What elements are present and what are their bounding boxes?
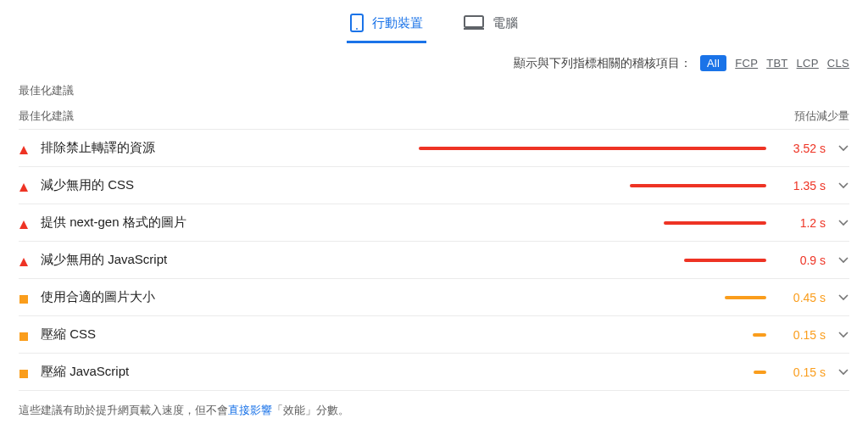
savings-bar-track bbox=[167, 147, 766, 150]
savings-bar-track bbox=[167, 296, 766, 299]
savings-bar-track bbox=[198, 221, 766, 225]
audit-title: 排除禁止轉譯的資源 bbox=[41, 140, 155, 156]
square-icon bbox=[19, 293, 29, 303]
savings-value: 0.15 s bbox=[778, 328, 826, 342]
svg-point-1 bbox=[356, 28, 358, 30]
audit-row[interactable]: 提供 next-gen 格式的圖片1.2 s bbox=[19, 204, 849, 241]
audit-title: 壓縮 CSS bbox=[41, 326, 96, 343]
savings-bar-track bbox=[141, 371, 766, 374]
footer-text-before: 這些建議有助於提升網頁載入速度，但不會 bbox=[19, 404, 228, 416]
triangle-icon bbox=[19, 143, 29, 153]
svg-rect-10 bbox=[19, 370, 28, 378]
savings-bar bbox=[725, 296, 766, 299]
savings-bar bbox=[419, 147, 766, 150]
footer-note: 這些建議有助於提升網頁載入速度，但不會直接影響「效能」分數。 bbox=[19, 390, 849, 432]
audit-row[interactable]: 壓縮 JavaScript0.15 s bbox=[19, 353, 849, 390]
audit-title: 使用合適的圖片大小 bbox=[41, 289, 155, 305]
tab-desktop[interactable]: 電腦 bbox=[460, 7, 521, 43]
savings-bar-track bbox=[108, 333, 766, 337]
savings-value: 0.15 s bbox=[778, 365, 826, 379]
footer-text-after: 「效能」分數。 bbox=[272, 404, 349, 416]
audit-list: 排除禁止轉譯的資源3.52 s減少無用的 CSS1.35 s提供 next-ge… bbox=[0, 129, 868, 390]
savings-bar-track bbox=[179, 259, 766, 262]
savings-bar bbox=[664, 221, 766, 225]
triangle-icon bbox=[19, 218, 29, 228]
svg-marker-7 bbox=[19, 258, 28, 266]
chip-all[interactable]: All bbox=[700, 55, 726, 71]
mobile-icon bbox=[350, 14, 364, 32]
chip-fcp[interactable]: FCP bbox=[735, 57, 758, 70]
chevron-down-icon bbox=[837, 145, 849, 152]
section-title: 最佳化建議 bbox=[0, 76, 868, 103]
device-tabs: 行動裝置 電腦 bbox=[0, 0, 868, 43]
audit-row[interactable]: 減少無用的 CSS1.35 s bbox=[19, 166, 849, 204]
square-icon bbox=[19, 330, 29, 340]
chevron-down-icon bbox=[837, 220, 849, 226]
col-name: 最佳化建議 bbox=[19, 109, 74, 124]
audit-title: 減少無用的 JavaScript bbox=[41, 252, 167, 268]
audit-row[interactable]: 減少無用的 JavaScript0.9 s bbox=[19, 241, 849, 278]
metric-filter-chips: All FCP TBT LCP CLS bbox=[700, 55, 849, 71]
chevron-down-icon bbox=[837, 257, 849, 264]
desktop-icon bbox=[464, 15, 484, 31]
audit-row[interactable]: 使用合適的圖片大小0.45 s bbox=[19, 278, 849, 315]
svg-rect-9 bbox=[19, 332, 28, 341]
savings-bar bbox=[630, 184, 766, 187]
savings-value: 3.52 s bbox=[778, 142, 826, 155]
col-savings: 預估減少量 bbox=[794, 109, 849, 124]
svg-marker-4 bbox=[19, 146, 28, 154]
footer-link[interactable]: 直接影響 bbox=[228, 404, 272, 416]
savings-bar bbox=[684, 259, 766, 262]
savings-value: 0.9 s bbox=[778, 254, 826, 267]
chip-lcp[interactable]: LCP bbox=[797, 57, 819, 70]
chevron-down-icon bbox=[837, 182, 849, 189]
savings-bar bbox=[753, 333, 766, 337]
svg-rect-3 bbox=[464, 28, 484, 30]
chip-tbt[interactable]: TBT bbox=[766, 57, 787, 70]
metric-filter-label: 顯示與下列指標相關的稽核項目： bbox=[514, 56, 692, 71]
audit-title: 壓縮 JavaScript bbox=[41, 364, 129, 380]
chip-cls[interactable]: CLS bbox=[827, 57, 849, 70]
tab-desktop-label: 電腦 bbox=[492, 15, 518, 31]
svg-rect-2 bbox=[465, 16, 483, 27]
square-icon bbox=[19, 367, 29, 377]
chevron-down-icon bbox=[837, 369, 849, 376]
audit-title: 減少無用的 CSS bbox=[41, 177, 134, 193]
chevron-down-icon bbox=[837, 294, 849, 301]
savings-value: 1.2 s bbox=[778, 216, 826, 230]
triangle-icon bbox=[19, 255, 29, 265]
svg-rect-8 bbox=[19, 295, 28, 304]
svg-marker-6 bbox=[19, 220, 28, 229]
tab-mobile[interactable]: 行動裝置 bbox=[347, 7, 426, 43]
column-headers: 最佳化建議 預估減少量 bbox=[0, 103, 868, 129]
chevron-down-icon bbox=[837, 332, 849, 338]
triangle-icon bbox=[19, 181, 29, 191]
savings-bar bbox=[754, 371, 766, 374]
tab-mobile-label: 行動裝置 bbox=[372, 15, 423, 31]
savings-value: 1.35 s bbox=[778, 179, 826, 192]
svg-marker-5 bbox=[19, 183, 28, 192]
audit-row[interactable]: 壓縮 CSS0.15 s bbox=[19, 315, 849, 353]
savings-value: 0.45 s bbox=[778, 291, 826, 304]
audit-title: 提供 next-gen 格式的圖片 bbox=[41, 215, 186, 231]
audit-row[interactable]: 排除禁止轉譯的資源3.52 s bbox=[19, 129, 849, 166]
metric-filter-row: 顯示與下列指標相關的稽核項目： All FCP TBT LCP CLS bbox=[0, 43, 868, 76]
savings-bar-track bbox=[146, 184, 766, 187]
